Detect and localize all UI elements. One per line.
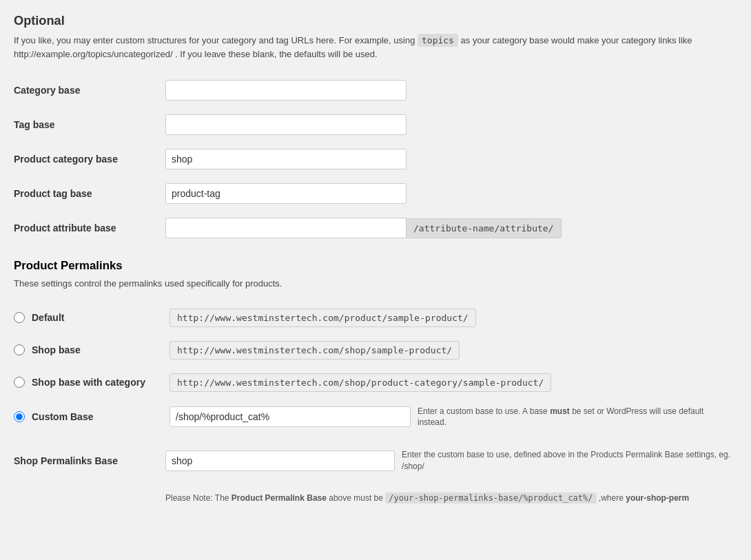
- optional-heading: Optional: [14, 14, 737, 28]
- desc-start: If you like, you may enter custom struct…: [14, 35, 418, 45]
- category-base-input[interactable]: [165, 80, 407, 101]
- product-tag-base-td: [165, 176, 737, 211]
- custom-base-option-row: Custom Base Enter a custom base to use. …: [14, 399, 737, 436]
- product-permalinks-section: Product Permalinks These settings contro…: [14, 259, 737, 511]
- optional-section: Optional If you like, you may enter cust…: [14, 14, 737, 245]
- shop-permalinks-input-group: Enter the custom base to use, defined ab…: [165, 449, 737, 473]
- tag-base-input[interactable]: [165, 114, 407, 135]
- default-label[interactable]: Default: [32, 312, 169, 323]
- product-attribute-base-input[interactable]: [165, 218, 407, 238]
- optional-description: If you like, you may enter custom struct…: [14, 34, 737, 61]
- category-base-td: [165, 73, 737, 107]
- tag-base-td: [165, 107, 737, 142]
- shop-base-category-option-row: Shop base with category http://www.westm…: [14, 366, 737, 399]
- product-permalinks-heading: Product Permalinks: [14, 259, 737, 273]
- custom-base-input[interactable]: [169, 406, 411, 427]
- please-note-td: Please Note: The Product Permalink Base …: [165, 479, 737, 511]
- shop-base-url: http://www.westminstertech.com/shop/samp…: [169, 341, 460, 360]
- product-attribute-base-label: Product attribute base: [14, 211, 165, 245]
- topics-code: topics: [418, 34, 458, 47]
- custom-base-label[interactable]: Custom Base: [32, 411, 169, 422]
- attribute-input-group: /attribute-name/attribute/: [165, 218, 737, 238]
- default-radio[interactable]: [14, 312, 25, 323]
- default-url: http://www.westminstertech.com/product/s…: [169, 309, 476, 327]
- shop-base-with-category-url: http://www.westminstertech.com/shop/prod…: [169, 373, 551, 392]
- shop-permalinks-base-input[interactable]: [165, 450, 395, 471]
- shop-permalinks-base-td: Enter the custom base to use, defined ab…: [165, 442, 737, 479]
- product-category-base-td: [165, 142, 737, 176]
- please-note-th: [14, 479, 165, 511]
- product-attribute-base-td: /attribute-name/attribute/: [165, 211, 737, 245]
- default-option-row: Default http://www.westminstertech.com/p…: [14, 302, 737, 334]
- shop-permalinks-base-label: Shop Permalinks Base: [14, 442, 165, 479]
- product-permalinks-description: These settings control the permalinks us…: [14, 277, 737, 291]
- shop-base-with-category-radio[interactable]: [14, 377, 25, 388]
- product-attribute-base-row: Product attribute base /attribute-name/a…: [14, 211, 737, 245]
- product-category-base-label: Product category base: [14, 142, 165, 176]
- custom-base-radio[interactable]: [14, 411, 25, 422]
- optional-fields-table: Category base Tag base Product category …: [14, 73, 737, 245]
- tag-base-row: Tag base: [14, 107, 737, 142]
- product-category-base-row: Product category base: [14, 142, 737, 176]
- category-base-label: Category base: [14, 73, 165, 107]
- shop-base-label[interactable]: Shop base: [32, 344, 169, 355]
- product-tag-base-label: Product tag base: [14, 176, 165, 211]
- shop-base-with-category-label[interactable]: Shop base with category: [32, 377, 169, 388]
- shop-base-radio[interactable]: [14, 344, 25, 355]
- shop-permalinks-base-table: Shop Permalinks Base Enter the custom ba…: [14, 442, 737, 511]
- shop-permalinks-base-hint: Enter the custom base to use, defined ab…: [402, 449, 737, 473]
- please-note-row: Please Note: The Product Permalink Base …: [14, 479, 737, 511]
- please-note-text: Please Note: The Product Permalink Base …: [165, 486, 737, 504]
- category-base-row: Category base: [14, 73, 737, 107]
- custom-base-hint: Enter a custom base to use. A base must …: [418, 406, 728, 429]
- attribute-suffix: /attribute-name/attribute/: [407, 218, 562, 238]
- shop-base-option-row: Shop base http://www.westminstertech.com…: [14, 334, 737, 366]
- tag-base-label: Tag base: [14, 107, 165, 142]
- shop-permalinks-base-row: Shop Permalinks Base Enter the custom ba…: [14, 442, 737, 479]
- product-tag-base-input[interactable]: [165, 183, 407, 204]
- product-category-base-input[interactable]: [165, 149, 407, 169]
- product-tag-base-row: Product tag base: [14, 176, 737, 211]
